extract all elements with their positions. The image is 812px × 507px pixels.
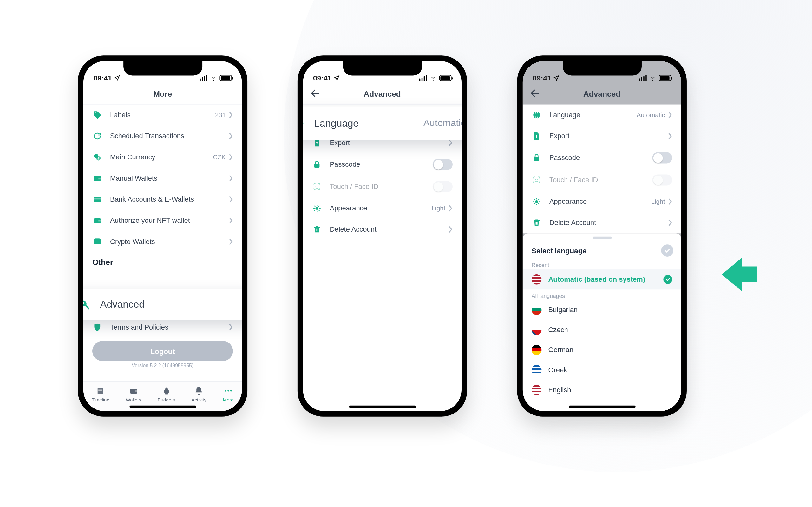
advanced-row[interactable]: Touch / Face ID xyxy=(303,176,461,198)
advanced-row: Passcode xyxy=(523,147,681,169)
advanced-row: Export xyxy=(523,125,681,147)
settings-row[interactable]: Bank Accounts & E-Wallets xyxy=(84,189,242,210)
settings-row[interactable]: Labels 231 xyxy=(84,105,242,126)
shield-icon xyxy=(92,322,102,332)
nav-header: Advanced xyxy=(523,83,681,105)
chevron-right-icon xyxy=(229,324,233,331)
callout-label: Advanced xyxy=(100,298,242,310)
row-label: Appearance xyxy=(549,198,651,206)
language-option[interactable]: Bulgarian xyxy=(523,300,681,320)
language-option[interactable]: English xyxy=(523,380,681,400)
svg-point-25 xyxy=(318,186,318,187)
chevron-right-icon xyxy=(668,112,672,118)
row-label: Appearance xyxy=(330,205,432,212)
location-icon xyxy=(114,75,120,81)
callout-advanced-row[interactable]: Advanced xyxy=(84,289,242,320)
chevron-right-icon xyxy=(668,199,672,205)
advanced-row[interactable]: Passcode xyxy=(303,153,461,176)
language-option[interactable]: German xyxy=(523,340,681,360)
chevron-right-icon xyxy=(668,133,672,139)
tools-icon xyxy=(84,297,91,312)
advanced-row: Touch / Face ID xyxy=(523,169,681,191)
settings-row[interactable]: $ Main Currency CZK xyxy=(84,147,242,168)
svg-rect-15 xyxy=(99,389,102,389)
home-indicator xyxy=(130,406,196,408)
toggle[interactable] xyxy=(433,181,453,192)
faceid-icon xyxy=(312,181,322,192)
chevron-right-icon xyxy=(449,139,453,146)
svg-text:$: $ xyxy=(98,157,100,160)
settings-row[interactable]: Authorize your NFT wallet xyxy=(84,210,242,231)
logout-label: Logout xyxy=(150,347,175,355)
svg-rect-5 xyxy=(94,197,101,202)
sheet-drag-handle[interactable] xyxy=(593,237,612,239)
row-label: Main Currency xyxy=(110,153,213,161)
language-label: Automatic (based on system) xyxy=(548,275,645,283)
settings-row[interactable]: Manual Wallets xyxy=(84,168,242,189)
language-label: German xyxy=(548,346,573,354)
toggle[interactable] xyxy=(433,159,453,170)
advanced-row[interactable]: Appearance Light xyxy=(303,198,461,219)
phone-advanced: 09:41 Advanced xyxy=(298,55,467,416)
battery-icon xyxy=(219,75,232,81)
logout-button[interactable]: Logout xyxy=(92,341,233,361)
row-value: Light xyxy=(651,199,665,205)
toggle[interactable] xyxy=(652,152,672,163)
advanced-row[interactable]: Delete Account xyxy=(303,219,461,240)
lock-icon xyxy=(531,153,542,163)
phone-language-picker: 09:41 Advanced xyxy=(517,55,687,416)
sheet-recent-label: Recent xyxy=(523,259,681,269)
language-option[interactable]: Czech xyxy=(523,320,681,340)
sheet-title: Select language xyxy=(531,246,587,255)
toggle[interactable] xyxy=(652,174,672,185)
svg-rect-16 xyxy=(99,390,102,391)
language-option[interactable]: Greek xyxy=(523,360,681,380)
row-label: Manual Wallets xyxy=(110,174,229,182)
row-label: Crypto Wallets xyxy=(110,238,229,245)
annotation-arrow-icon xyxy=(721,255,760,291)
svg-rect-29 xyxy=(534,157,539,161)
home-indicator xyxy=(349,406,415,408)
advanced-list: Export Passcode Touch / Face ID Appearan… xyxy=(303,132,461,240)
location-icon xyxy=(554,75,560,81)
tab-label: Timeline xyxy=(92,397,109,403)
sheet-confirm-button[interactable] xyxy=(661,244,673,257)
export-icon xyxy=(531,131,542,141)
back-button[interactable] xyxy=(529,88,541,99)
tab-budgets[interactable]: Budgets xyxy=(158,386,175,402)
tab-activity[interactable]: Activity xyxy=(191,386,206,402)
phone-more: 09:41 More Labels 231 xyxy=(78,55,247,416)
advanced-row: Appearance Light xyxy=(523,191,681,212)
row-label: Touch / Face ID xyxy=(549,176,652,184)
row-value: 231 xyxy=(215,112,226,118)
callout-value: Automatic xyxy=(423,118,461,129)
chevron-right-icon xyxy=(229,217,233,224)
advanced-row: Language Automatic xyxy=(523,105,681,126)
language-label: Bulgarian xyxy=(548,306,577,314)
callout-language-row[interactable]: Language Automatic xyxy=(303,107,461,140)
row-label: Scheduled Transactions xyxy=(110,132,229,140)
location-icon xyxy=(334,75,340,81)
card-icon xyxy=(92,194,102,205)
svg-rect-23 xyxy=(314,164,319,168)
row-label: Export xyxy=(330,139,449,147)
settings-row[interactable]: Scheduled Transactions xyxy=(84,125,242,147)
cellular-signal-icon xyxy=(639,75,647,81)
svg-point-31 xyxy=(537,179,538,180)
nav-header: More xyxy=(84,83,242,105)
row-label: Language xyxy=(549,111,637,119)
page-title: More xyxy=(153,89,172,98)
tab-timeline[interactable]: Timeline xyxy=(92,386,109,402)
chevron-right-icon xyxy=(449,226,453,233)
language-option-selected[interactable]: Automatic (based on system) xyxy=(523,269,681,289)
settings-row[interactable]: Crypto Wallets xyxy=(84,231,242,252)
device-notch xyxy=(123,61,202,76)
crypto-icon xyxy=(92,237,102,247)
svg-rect-10 xyxy=(94,239,101,240)
tab-more[interactable]: More xyxy=(223,386,234,402)
tab-wallets[interactable]: Wallets xyxy=(126,386,141,402)
check-icon xyxy=(663,275,672,284)
tag-icon xyxy=(92,110,102,120)
back-button[interactable] xyxy=(310,88,321,99)
nav-header: Advanced xyxy=(303,83,461,105)
